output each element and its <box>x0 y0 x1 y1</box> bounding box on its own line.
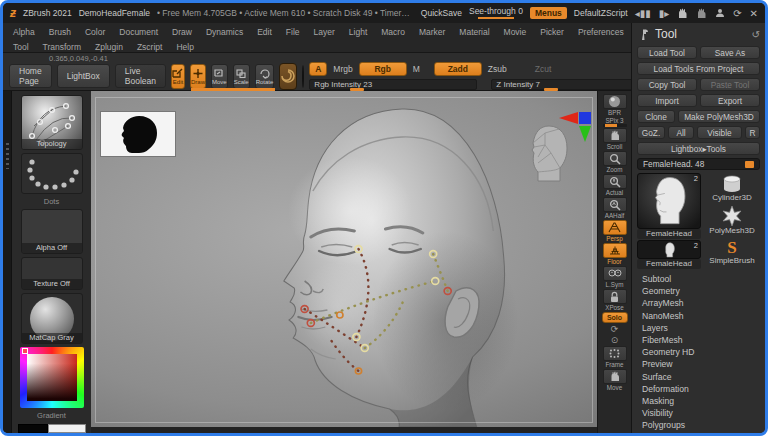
home-page-button[interactable]: Home Page <box>9 64 52 88</box>
menu-light[interactable]: Light <box>349 27 367 37</box>
menu-file[interactable]: File <box>286 27 300 37</box>
play-icon[interactable]: ▮▸ <box>659 8 670 19</box>
menu-edit[interactable]: Edit <box>257 27 272 37</box>
see-through-slider[interactable]: See-through 0 <box>469 7 523 19</box>
make-polymesh3d-button[interactable]: Make PolyMesh3D <box>678 110 760 123</box>
menu-zplugin[interactable]: Zplugin <box>95 42 123 52</box>
zoom-button[interactable]: Zoom <box>603 151 627 173</box>
section-contact[interactable]: Contact <box>637 432 760 433</box>
current-alpha-thumbnail[interactable]: Alpha Off <box>21 209 83 254</box>
clone-button[interactable]: Clone <box>637 110 675 123</box>
default-zscript-button[interactable]: DefaultZScript <box>574 8 628 18</box>
anchor-toggle[interactable]: A <box>309 62 327 76</box>
active-tool-thumbnail[interactable]: 2 <box>637 173 701 229</box>
live-boolean-button[interactable]: Live Boolean <box>115 64 166 88</box>
solo-button[interactable]: Solo <box>602 312 628 323</box>
restore-icon[interactable]: ⟳ <box>733 8 741 19</box>
sculpt-canvas[interactable] <box>91 91 597 427</box>
ghost-icon[interactable]: ⟳ <box>611 324 619 334</box>
section-layers[interactable]: Layers <box>637 322 760 334</box>
import-button[interactable]: Import <box>637 94 697 107</box>
menu-help[interactable]: Help <box>176 42 193 52</box>
section-fibermesh[interactable]: FiberMesh <box>637 334 760 346</box>
move-mode-button[interactable]: Move <box>211 64 228 89</box>
color-picker[interactable] <box>20 347 84 408</box>
scroll-button[interactable]: Scroll <box>603 128 627 150</box>
spix-slider[interactable]: SPix 3 <box>603 117 627 127</box>
zadd-toggle[interactable]: Zadd <box>434 62 482 76</box>
menu-alpha[interactable]: Alpha <box>13 27 35 37</box>
draw-mode-button[interactable]: Draw <box>190 64 206 89</box>
spotlight-icon[interactable]: ⊙ <box>611 335 619 345</box>
current-material-thumbnail[interactable]: MatCap Gray <box>21 293 83 344</box>
menu-transform[interactable]: Transform <box>43 42 81 52</box>
current-material-sphere[interactable] <box>302 65 304 88</box>
menu-macro[interactable]: Macro <box>381 27 405 37</box>
simplebrush-tool[interactable]: S SimpleBrush <box>704 238 760 269</box>
goz-button[interactable]: GoZ. <box>637 126 665 139</box>
section-masking[interactable]: Masking <box>637 395 760 407</box>
tool-slider-handle[interactable] <box>745 161 754 168</box>
menu-preferences[interactable]: Preferences <box>578 27 624 37</box>
section-visibility[interactable]: Visibility <box>637 407 760 419</box>
mrgb-toggle[interactable]: Mrgb <box>333 64 352 74</box>
goz-r-button[interactable]: R <box>745 126 760 139</box>
persp-button[interactable]: Persp <box>603 220 627 242</box>
goz-all-button[interactable]: All <box>668 126 694 139</box>
section-surface[interactable]: Surface <box>637 371 760 383</box>
user-icon[interactable] <box>715 8 725 18</box>
floor-button[interactable]: Floor <box>603 243 627 265</box>
zsub-toggle[interactable]: Zsub <box>488 64 507 74</box>
saturation-value-square[interactable] <box>27 354 77 401</box>
menus-button[interactable]: Menus <box>530 7 567 19</box>
hand-right-icon[interactable] <box>696 8 707 19</box>
hand-left-icon[interactable] <box>677 8 688 19</box>
load-tool-button[interactable]: Load Tool <box>637 46 697 59</box>
active-tool-slider[interactable]: FemaleHead. 48 <box>637 158 760 170</box>
xpose-button[interactable]: XPose <box>603 289 627 311</box>
section-nanomesh[interactable]: NanoMesh <box>637 310 760 322</box>
section-geometry-hd[interactable]: Geometry HD <box>637 346 760 358</box>
section-preview[interactable]: Preview <box>637 358 760 370</box>
m-toggle[interactable]: M <box>413 64 420 74</box>
rotate-mode-button[interactable]: Rotate <box>255 64 275 89</box>
zcut-toggle[interactable]: Zcut <box>535 64 552 74</box>
section-subtool[interactable]: Subtool <box>637 273 760 285</box>
paste-tool-button[interactable]: Paste Tool <box>700 78 760 91</box>
lsym-button[interactable]: L.Sym <box>603 266 627 288</box>
rgb-intensity-slider[interactable]: Rgb Intensity 23 <box>309 79 477 90</box>
left-tray-divider[interactable] <box>3 91 12 433</box>
polymesh3d-tool[interactable]: PolyMesh3D <box>704 205 760 236</box>
export-button[interactable]: Export <box>700 94 760 107</box>
menu-movie[interactable]: Movie <box>504 27 527 37</box>
sculptris-pro-button[interactable] <box>279 63 297 90</box>
frame-button[interactable]: Frame <box>603 346 627 368</box>
load-tools-from-project-button[interactable]: Load Tools From Project <box>637 62 760 75</box>
section-arraymesh[interactable]: ArrayMesh <box>637 297 760 309</box>
goz-visible-button[interactable]: Visible <box>697 126 742 139</box>
recent-tool-thumbnail[interactable]: 2 <box>637 240 701 259</box>
close-icon[interactable]: ✕ <box>750 8 758 19</box>
actual-button[interactable]: Actual <box>603 174 627 196</box>
copy-tool-button[interactable]: Copy Tool <box>637 78 697 91</box>
menu-picker[interactable]: Picker <box>540 27 564 37</box>
menu-marker[interactable]: Marker <box>419 27 445 37</box>
lightbox-tools-button[interactable]: Lightbox▸Tools <box>637 142 760 155</box>
menu-brush[interactable]: Brush <box>49 27 71 37</box>
rewind-icon[interactable]: ◂▮▮ <box>635 8 651 19</box>
aahalf-button[interactable]: AAHalf <box>603 197 627 219</box>
menu-layer[interactable]: Layer <box>314 27 335 37</box>
menu-draw[interactable]: Draw <box>172 27 192 37</box>
quicksave-button[interactable]: QuickSave <box>421 8 462 18</box>
scale-mode-button[interactable]: Scale <box>233 64 250 89</box>
secondary-color-swatch[interactable] <box>48 424 86 433</box>
lightbox-button[interactable]: LightBox <box>57 64 110 88</box>
section-deformation[interactable]: Deformation <box>637 383 760 395</box>
menu-color[interactable]: Color <box>85 27 105 37</box>
current-texture-thumbnail[interactable]: Texture Off <box>21 257 83 290</box>
menu-zscript[interactable]: Zscript <box>137 42 163 52</box>
section-polygroups[interactable]: Polygroups <box>637 419 760 431</box>
menu-tool[interactable]: Tool <box>13 42 29 52</box>
cylinder3d-tool[interactable]: Cylinder3D <box>704 173 760 204</box>
menu-document[interactable]: Document <box>119 27 158 37</box>
